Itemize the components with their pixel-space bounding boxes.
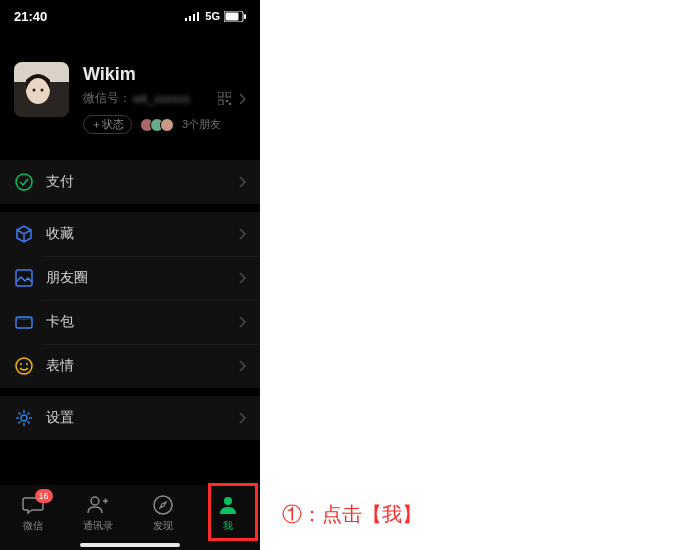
- tab-label: 我: [223, 519, 233, 533]
- menu-label: 设置: [46, 409, 239, 427]
- cards-icon: [14, 312, 34, 332]
- moments-icon: [14, 268, 34, 288]
- favorites-icon: [14, 224, 34, 244]
- svg-rect-5: [226, 12, 239, 20]
- tab-contacts[interactable]: 通讯录: [65, 489, 130, 550]
- add-status-button[interactable]: ＋状态: [83, 115, 132, 134]
- contacts-icon: [86, 493, 110, 517]
- settings-icon: [14, 408, 34, 428]
- avatar[interactable]: [14, 62, 69, 117]
- svg-rect-12: [218, 92, 223, 97]
- svg-rect-6: [244, 14, 246, 19]
- status-time: 21:40: [14, 9, 47, 24]
- profile-name: Wikim: [83, 64, 246, 85]
- svg-rect-1: [189, 16, 191, 21]
- sticker-icon: [14, 356, 34, 376]
- qr-icon[interactable]: [218, 92, 231, 105]
- svg-rect-2: [193, 14, 195, 21]
- menu-label: 卡包: [46, 313, 239, 331]
- tab-chats[interactable]: 16 微信: [0, 489, 65, 550]
- svg-point-25: [91, 497, 99, 505]
- svg-rect-13: [226, 92, 231, 97]
- wechat-id-value: wk_xxxxxx: [133, 92, 190, 106]
- svg-point-27: [224, 497, 232, 505]
- menu-moments[interactable]: 朋友圈: [0, 256, 260, 300]
- profile-info: Wikim 微信号： wk_xxxxxx ＋状态 3个朋友: [83, 62, 246, 134]
- profile-card[interactable]: Wikim 微信号： wk_xxxxxx ＋状态 3个朋友: [0, 32, 260, 152]
- tab-bar: 16 微信 通讯录 发现 我: [0, 485, 260, 550]
- unread-badge: 16: [35, 489, 53, 503]
- svg-point-24: [21, 415, 27, 421]
- wechat-id-label: 微信号：: [83, 90, 131, 107]
- chevron-right-icon: [239, 360, 246, 372]
- chevron-right-icon: [239, 228, 246, 240]
- chevron-right-icon: [239, 316, 246, 328]
- svg-rect-20: [16, 317, 32, 320]
- discover-icon: [151, 493, 175, 517]
- menu-label: 朋友圈: [46, 269, 239, 287]
- chevron-right-icon: [239, 93, 246, 105]
- menu-settings[interactable]: 设置: [0, 396, 260, 440]
- menu-pay[interactable]: 支付: [0, 160, 260, 204]
- menu-label: 支付: [46, 173, 239, 191]
- svg-rect-3: [197, 12, 199, 21]
- signal-icon: [185, 11, 201, 21]
- svg-rect-16: [229, 103, 231, 105]
- tab-discover[interactable]: 发现: [130, 489, 195, 550]
- menu-label: 表情: [46, 357, 239, 375]
- network-label: 5G: [205, 10, 220, 22]
- tab-label: 发现: [153, 519, 173, 533]
- svg-point-11: [41, 89, 44, 92]
- svg-rect-18: [16, 270, 32, 286]
- battery-icon: [224, 11, 246, 22]
- menu-cards[interactable]: 卡包: [0, 300, 260, 344]
- menu-stickers[interactable]: 表情: [0, 344, 260, 388]
- friend-avatars[interactable]: [140, 118, 174, 132]
- pay-icon: [14, 172, 34, 192]
- profile-status-row: ＋状态 3个朋友: [83, 115, 246, 134]
- tab-me[interactable]: 我: [195, 489, 260, 550]
- tab-label: 微信: [23, 519, 43, 533]
- me-icon: [216, 493, 240, 517]
- chevron-right-icon: [239, 176, 246, 188]
- status-bar: 21:40 5G: [0, 0, 260, 32]
- status-right: 5G: [185, 10, 246, 22]
- svg-rect-15: [226, 100, 228, 102]
- svg-point-26: [154, 496, 172, 514]
- friends-count: 3个朋友: [182, 117, 221, 132]
- svg-point-10: [33, 89, 36, 92]
- svg-rect-0: [185, 18, 187, 21]
- tutorial-annotation: ①：点击【我】: [282, 501, 422, 528]
- svg-point-23: [26, 363, 28, 365]
- home-indicator[interactable]: [80, 543, 180, 547]
- chevron-right-icon: [239, 272, 246, 284]
- svg-point-22: [20, 363, 22, 365]
- svg-point-17: [16, 174, 32, 190]
- svg-point-21: [16, 358, 32, 374]
- tab-label: 通讯录: [83, 519, 113, 533]
- menu-label: 收藏: [46, 225, 239, 243]
- profile-id-row: 微信号： wk_xxxxxx: [83, 90, 246, 107]
- menu-favorites[interactable]: 收藏: [0, 212, 260, 256]
- phone-frame: 21:40 5G Wikim 微信号： wk_xxxxxx ＋状态: [0, 0, 260, 550]
- chevron-right-icon: [239, 412, 246, 424]
- svg-rect-14: [218, 100, 223, 105]
